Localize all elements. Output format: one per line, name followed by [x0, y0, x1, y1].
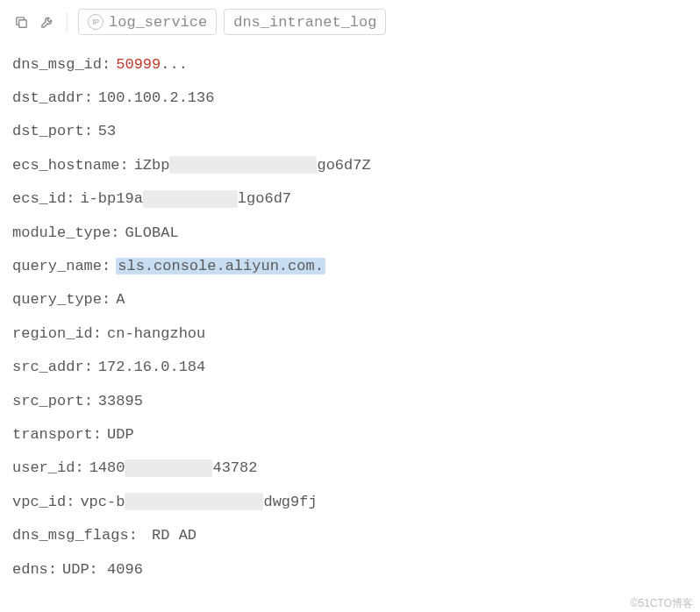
field-key: src_port	[12, 394, 84, 409]
field-separator: :	[102, 57, 111, 72]
field-value-suffix: ...	[161, 57, 188, 72]
field-key: ecs_hostname	[12, 158, 119, 173]
field-dns-msg-flags: dns_msg_flags: RD AD	[12, 518, 688, 552]
field-key: dst_addr	[12, 90, 84, 105]
field-separator: :	[111, 225, 119, 240]
field-key: dns_msg_id	[12, 57, 102, 72]
field-separator: :	[84, 90, 93, 105]
field-edns: edns: UDP: 4096	[12, 552, 688, 586]
field-key: module_type	[12, 225, 111, 240]
field-key: edns	[12, 562, 48, 577]
toolbar-divider	[67, 11, 68, 32]
field-value: UDP: 4096	[62, 562, 143, 577]
field-value: A	[116, 292, 125, 307]
field-value: UDP	[107, 427, 134, 442]
field-separator: :	[84, 124, 93, 139]
field-value-pre: vpc-b	[80, 495, 125, 509]
field-separator: :	[93, 326, 102, 341]
field-value: cn-hangzhou	[107, 326, 205, 341]
field-value-pre: i-bp19a	[80, 191, 142, 206]
field-separator: :	[66, 191, 75, 206]
field-separator: :	[119, 158, 128, 173]
tag-log-service[interactable]: IPlog_service	[78, 9, 217, 35]
field-query-name: query_name: sls.console.aliyun.com.	[12, 249, 688, 282]
field-dst-addr: dst_addr: 100.100.2.136	[12, 81, 688, 114]
field-value: GLOBAL	[125, 225, 178, 240]
field-value: RD AD	[143, 528, 196, 543]
redacted-region	[169, 156, 317, 174]
field-dns-msg-id: dns_msg_id: 50999...	[12, 47, 688, 81]
field-key: ecs_id	[12, 191, 66, 206]
watermark: ©51CTO博客	[631, 598, 693, 608]
field-separator: :	[75, 460, 83, 475]
field-value: 33895	[98, 394, 143, 409]
tag-label: dns_intranet_log	[233, 15, 376, 30]
field-value-post: go6d7Z	[317, 158, 370, 173]
field-value-post: dwg9fj	[263, 495, 317, 509]
field-key: region_id	[12, 326, 93, 341]
redacted-region	[125, 493, 263, 510]
log-fields: dns_msg_id: 50999...dst_addr: 100.100.2.…	[12, 47, 688, 586]
field-value: 53	[98, 124, 116, 139]
field-value: sls.console.aliyun.com.	[116, 258, 325, 274]
field-value: 100.100.2.136	[98, 90, 215, 105]
field-key: dst_port	[12, 124, 84, 139]
redacted-region	[143, 190, 238, 208]
field-separator: :	[84, 394, 93, 409]
field-src-port: src_port: 33895	[12, 384, 688, 417]
tag-label: log_service	[109, 15, 207, 30]
field-key: transport	[12, 427, 93, 442]
tag-dns-intranet-log[interactable]: dns_intranet_log	[224, 9, 386, 35]
redacted-region	[125, 459, 212, 477]
copy-icon[interactable]	[12, 13, 30, 31]
field-value-post: lgo6d7	[238, 191, 291, 206]
field-value: 50999	[116, 57, 161, 72]
field-separator: :	[66, 495, 75, 509]
ip-badge-icon: IP	[88, 14, 104, 30]
field-module-type: module_type: GLOBAL	[12, 216, 688, 249]
field-transport: transport: UDP	[12, 417, 688, 451]
field-value: 172.16.0.184	[98, 359, 205, 374]
field-key: query_type	[12, 292, 102, 307]
field-key: query_name	[12, 259, 102, 274]
field-value-pre: iZbp	[134, 158, 170, 173]
field-ecs-id: ecs_id: i-bp19algo6d7	[12, 182, 688, 216]
field-separator: :	[84, 359, 93, 374]
field-value-post: 43782	[212, 460, 257, 475]
field-key: user_id	[12, 460, 75, 475]
field-query-type: query_type: A	[12, 283, 688, 317]
field-key: dns_msg_flags	[12, 528, 129, 543]
field-dst-port: dst_port: 53	[12, 115, 688, 148]
field-vpc-id: vpc_id: vpc-bdwg9fj	[12, 485, 688, 518]
tools-icon[interactable]	[39, 13, 56, 31]
field-user-id: user_id: 148043782	[12, 452, 688, 485]
field-ecs-hostname: ecs_hostname: iZbpgo6d7Z	[12, 148, 688, 181]
field-key: vpc_id	[12, 495, 66, 509]
field-key: src_addr	[12, 359, 84, 374]
field-separator: :	[102, 292, 111, 307]
field-separator: :	[93, 427, 102, 442]
svg-rect-0	[18, 19, 26, 27]
toolbar: IPlog_service dns_intranet_log	[12, 9, 688, 35]
field-separator: :	[102, 259, 111, 274]
field-separator: :	[129, 528, 138, 543]
field-region-id: region_id: cn-hangzhou	[12, 317, 688, 350]
field-value-pre: 1480	[89, 460, 125, 475]
field-separator: :	[48, 562, 57, 577]
field-src-addr: src_addr: 172.16.0.184	[12, 351, 688, 384]
